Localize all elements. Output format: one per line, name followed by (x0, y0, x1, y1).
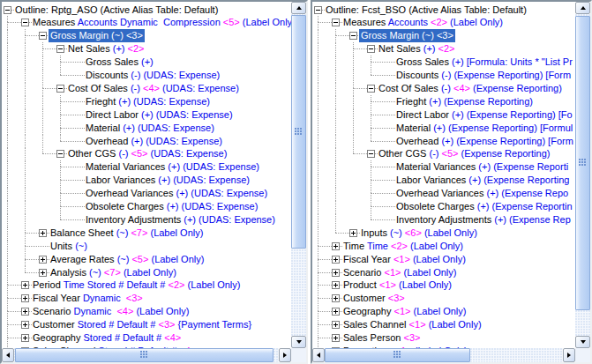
expand-icon[interactable] (332, 242, 340, 250)
horizontal-scrollbar-track[interactable] (325, 348, 563, 362)
tree-node[interactable]: Overhead (+) (UDAS: Expense) (2, 135, 291, 148)
collapse-icon[interactable] (349, 32, 357, 40)
scroll-down-button[interactable] (575, 336, 590, 348)
tree-node-label[interactable]: Labor Variances (+) (Expense Reporting (396, 174, 569, 187)
tree-node[interactable]: Material Variances (+) (Expense Reporti (312, 160, 575, 174)
collapse-icon[interactable] (39, 32, 47, 40)
tree-node[interactable]: Overhead Variances (+) (Expense Repo (312, 187, 575, 200)
expand-icon[interactable] (349, 229, 357, 237)
collapse-icon[interactable] (314, 6, 322, 14)
collapse-icon[interactable] (21, 19, 29, 26)
collapse-icon[interactable] (56, 45, 64, 53)
expand-icon[interactable] (39, 269, 47, 277)
tree-node[interactable]: Geography Stored # Default # <4> (2, 331, 291, 345)
outline-tree-right[interactable]: Outline: Fcst_BSO (Active Alias Table: D… (312, 2, 575, 348)
tree-node-label[interactable]: Inventory Adjustments (+) (Expense Rep (396, 213, 571, 227)
expand-icon[interactable] (21, 294, 29, 302)
collapse-icon[interactable] (367, 85, 375, 93)
tree-node-label[interactable]: Cost Of Sales (-) <4> (Expense Reporting… (378, 82, 562, 95)
tree-node-label[interactable]: Net Sales (+) <2> (68, 42, 145, 56)
horizontal-scrollbar-thumb[interactable] (15, 348, 274, 362)
scroll-right-button[interactable] (563, 348, 575, 362)
tree-node[interactable]: Outline: Fcst_BSO (Active Alias Table: D… (312, 4, 575, 17)
tree-node-label[interactable]: Scenario <1> (Label Only) (343, 266, 456, 279)
outline-tree-left[interactable]: Outline: Rptg_ASO (Active Alias Table: D… (2, 2, 291, 348)
expand-icon[interactable] (21, 321, 29, 329)
tree-node[interactable]: Measures Accounts <2> (Label Only) (312, 16, 575, 29)
expand-icon[interactable] (21, 281, 29, 289)
tree-node-label[interactable]: Customer Stored # Default # <3> {Payment… (33, 318, 251, 331)
tree-node-label[interactable]: Fiscal Year <1> (Label Only) (343, 253, 466, 266)
tree-node[interactable]: Sales Channel <1> (Label Only) (312, 318, 575, 331)
tree-node[interactable]: Units (~) (2, 240, 291, 253)
collapse-icon[interactable] (56, 85, 64, 93)
collapse-icon[interactable] (332, 19, 340, 26)
expand-icon[interactable] (332, 269, 340, 277)
tree-node[interactable]: Customer Stored # Default # <3> {Payment… (2, 318, 291, 331)
vertical-scrollbar-thumb[interactable] (291, 15, 306, 249)
tree-node[interactable]: Material (+) (UDAS: Expense) (2, 122, 291, 135)
tree-node-label[interactable]: Gross Sales (+) [Formula: Units * "List … (396, 56, 573, 69)
tree-node[interactable]: Scenario <1> (Label Only) (312, 266, 575, 279)
tree-node-label[interactable]: Frieght (+) (Expense Reporting) (396, 95, 533, 108)
tree-node[interactable]: Customer <3> (312, 292, 575, 305)
tree-node-label[interactable]: Material Variances (+) (UDAS: Expense) (86, 160, 259, 174)
tree-node[interactable]: Sales Person <3> (312, 331, 575, 345)
tree-node[interactable]: Scenario Dynamic <4> (Label Only) (2, 305, 291, 318)
tree-node-label[interactable]: Period Time Stored # Default # <2> (Labe… (33, 279, 240, 292)
tree-node-label[interactable]: Product <1> (Label Only) (343, 279, 452, 292)
horizontal-scrollbar-track[interactable] (14, 348, 279, 362)
tree-node[interactable]: Direct Labor (+) (Expense Reporting) [Fo (312, 108, 575, 122)
tree-node[interactable]: Inputs (~) <6> (Label Only) (312, 227, 575, 240)
tree-node[interactable]: Labor Variances (+) (Expense Reporting (312, 174, 575, 187)
expand-icon[interactable] (332, 321, 340, 329)
tree-node-label[interactable]: Measures Accounts Dynamic Compression <5… (33, 16, 291, 29)
tree-node[interactable]: Fiscal Year <1> (Label Only) (312, 253, 575, 266)
tree-node-label[interactable]: Overhead (+) (Expense Reporting) [Form (396, 135, 573, 148)
expand-icon[interactable] (39, 229, 47, 237)
tree-node-label[interactable]: Discounts (-) (Expense Reporting) [Form (396, 69, 571, 82)
tree-node[interactable]: Gross Sales (+) (2, 56, 291, 69)
tree-node-label[interactable]: Geography <1> (Label Only) (343, 305, 466, 318)
tree-node-label[interactable]: Inventory Adjustments (+) (UDAS: Expense… (86, 213, 275, 227)
tree-node[interactable]: Gross Sales (+) [Formula: Units * "List … (312, 56, 575, 69)
tree-node-label[interactable]: Analysis (~) <7> (Label Only) (50, 266, 176, 279)
tree-node[interactable]: Net Sales (+) <2> (2, 42, 291, 56)
collapse-icon[interactable] (367, 150, 375, 158)
scroll-left-button[interactable] (312, 348, 325, 362)
tree-node[interactable]: Geography <1> (Label Only) (312, 305, 575, 318)
tree-node-label[interactable]: Direct Labor (+) (Expense Reporting) [Fo (396, 108, 573, 122)
vertical-scrollbar-track[interactable] (575, 14, 590, 336)
tree-node[interactable]: Obsolete Charges (+) (Expense Reportin (312, 200, 575, 213)
tree-node[interactable]: Fiscal Year Dynamic <3> (2, 292, 291, 305)
expand-icon[interactable] (332, 294, 340, 302)
tree-node-label[interactable]: Other CGS (-) <5> (Expense Reporting) (378, 147, 550, 160)
tree-node-label[interactable]: Geography Stored # Default # <4> (33, 331, 181, 345)
tree-node-label[interactable]: Fiscal Year Dynamic <3> (33, 292, 143, 305)
tree-node[interactable]: Inventory Adjustments (+) (Expense Rep (312, 213, 575, 227)
tree-node-label[interactable]: Time Time <2> (Label Only) (343, 240, 463, 253)
scroll-up-button[interactable] (575, 2, 590, 14)
tree-node[interactable]: Direct Labor (+) (UDAS: Expense) (2, 108, 291, 122)
tree-node[interactable]: Frieght (+) (Expense Reporting) (312, 95, 575, 108)
tree-node-label[interactable]: Labor Variances (+) (UDAS: Expense) (86, 174, 250, 187)
tree-node[interactable]: Overhead (+) (Expense Reporting) [Form (312, 135, 575, 148)
tree-node-label[interactable]: Sales Person <3> (343, 331, 420, 345)
tree-node-label[interactable]: Obsolete Charges (+) (UDAS: Expense) (86, 200, 258, 213)
expand-icon[interactable] (332, 256, 340, 264)
tree-node-label[interactable]: Frieght (+) (UDAS: Expense) (86, 95, 210, 108)
tree-node-label[interactable]: Material (+) (UDAS: Expense) (86, 122, 214, 135)
tree-node[interactable]: Discounts (-) (Expense Reporting) [Form (312, 69, 575, 82)
horizontal-scrollbar[interactable] (2, 348, 291, 362)
tree-node-label[interactable]: Material (+) (Expense Reporting) [Formul (396, 122, 573, 135)
vertical-scrollbar-thumb[interactable] (575, 16, 590, 310)
tree-node-label[interactable]: Inputs (~) <6> (Label Only) (361, 227, 477, 240)
tree-node-label[interactable]: Net Sales (+) <2> (378, 42, 455, 56)
collapse-icon[interactable] (56, 150, 64, 158)
tree-node[interactable]: Overhead Variances (+) (UDAS: Expense) (2, 187, 291, 200)
vertical-scrollbar[interactable] (291, 2, 306, 348)
scroll-left-button[interactable] (2, 348, 14, 362)
scroll-down-button[interactable] (291, 336, 306, 348)
tree-node-label[interactable]: Outline: Rptg_ASO (Active Alias Table: D… (15, 4, 218, 17)
scroll-up-button[interactable] (291, 2, 306, 14)
